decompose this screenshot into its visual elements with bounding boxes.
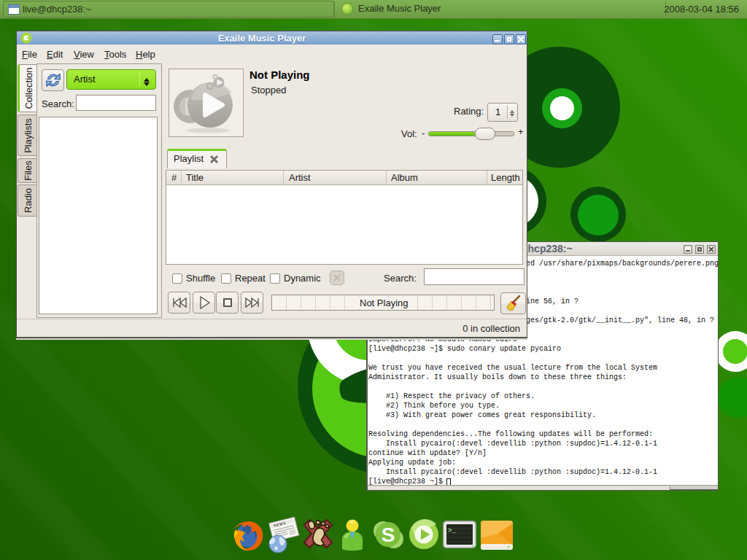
svg-text:S: S bbox=[382, 524, 395, 546]
svg-text:>_: >_ bbox=[448, 527, 456, 534]
